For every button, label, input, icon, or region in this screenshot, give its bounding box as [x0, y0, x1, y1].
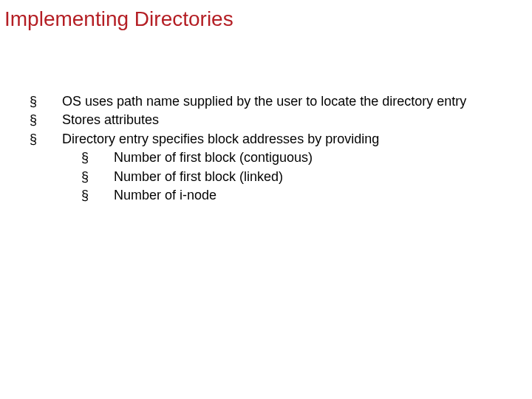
list-item-text: Number of i-node [114, 187, 517, 204]
list-item-text: Number of first block (contiguous) [114, 149, 517, 166]
list-item: § Number of i-node [81, 187, 517, 204]
bullet-icon: § [30, 131, 62, 148]
list-item-text: Directory entry specifies block addresse… [62, 131, 517, 148]
bullet-icon: § [30, 112, 62, 129]
list-item-text: OS uses path name supplied by the user t… [62, 93, 517, 110]
list-item: § Number of first block (contiguous) [81, 149, 517, 166]
list-item-text: Number of first block (linked) [114, 168, 517, 185]
bullet-icon: § [81, 168, 114, 185]
list-item: § Stores attributes [30, 112, 517, 129]
bullet-icon: § [81, 187, 114, 204]
list-item: § OS uses path name supplied by the user… [30, 93, 517, 110]
bullet-icon: § [81, 149, 114, 166]
list-item-text: Stores attributes [62, 112, 517, 129]
bullet-icon: § [30, 93, 62, 110]
slide-title: Implementing Directories [0, 0, 532, 31]
slide-body: § OS uses path name supplied by the user… [30, 93, 517, 205]
list-item: § Number of first block (linked) [81, 168, 517, 185]
list-item: § Directory entry specifies block addres… [30, 131, 517, 148]
